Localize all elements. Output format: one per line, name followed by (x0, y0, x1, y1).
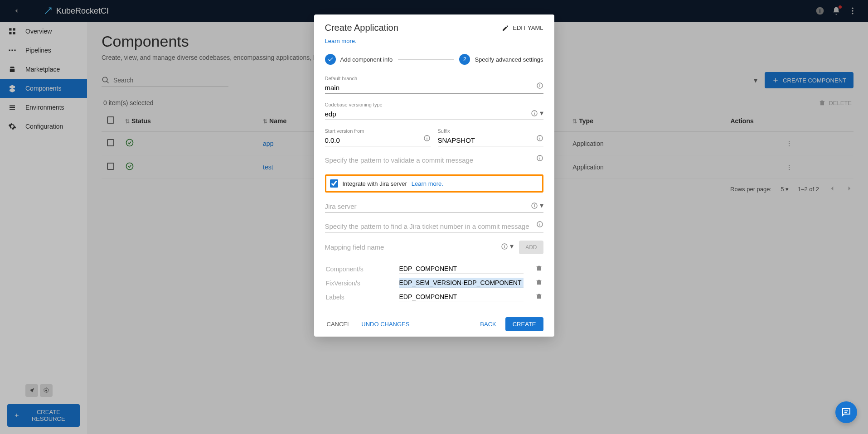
stepper: Add component info 2 Specify advanced se… (325, 54, 543, 65)
jira-integration-checkbox[interactable] (330, 179, 338, 188)
chevron-down-icon[interactable]: ▾ (531, 109, 543, 117)
mapping-label: Component/s (326, 262, 398, 275)
delete-mapping-button[interactable] (524, 262, 543, 275)
mapping-table: Component/s FixVersion/s Labels (325, 261, 543, 304)
cancel-button[interactable]: CANCEL (325, 318, 353, 330)
jira-integration-highlight: Integrate with Jira server Learn more. (325, 174, 543, 193)
info-icon[interactable] (536, 135, 543, 144)
edit-yaml-button[interactable]: EDIT YAML (502, 24, 543, 32)
mapping-value-input[interactable] (399, 278, 524, 288)
dialog-title: Create Application (325, 23, 398, 33)
step2-icon: 2 (459, 54, 470, 65)
mapping-label: Labels (326, 290, 398, 304)
jira-ticket-pattern-input[interactable] (325, 221, 543, 232)
info-icon[interactable] (536, 154, 543, 164)
chevron-down-icon[interactable]: ▾ (501, 242, 514, 251)
pencil-icon (502, 24, 509, 32)
undo-changes-button[interactable]: UNDO CHANGES (359, 318, 411, 330)
start-version-input[interactable] (325, 135, 431, 146)
chat-fab[interactable] (835, 401, 857, 423)
info-icon[interactable] (536, 82, 543, 91)
mapping-value-input[interactable] (399, 264, 524, 274)
info-icon[interactable] (536, 221, 543, 230)
mapping-label: FixVersion/s (326, 276, 398, 289)
back-button[interactable]: BACK (478, 318, 498, 330)
step1-icon (325, 54, 336, 65)
suffix-input[interactable] (438, 135, 543, 146)
commit-pattern-input[interactable] (325, 154, 543, 166)
jira-learn-more-link[interactable]: Learn more. (412, 180, 443, 187)
chevron-down-icon[interactable]: ▾ (531, 201, 543, 210)
delete-mapping-button[interactable] (524, 276, 543, 289)
mapping-value-input[interactable] (399, 292, 524, 302)
mapping-field-select[interactable] (325, 241, 514, 253)
delete-mapping-button[interactable] (524, 290, 543, 304)
create-button[interactable]: CREATE (505, 317, 543, 331)
create-application-dialog: Create Application EDIT YAML Learn more.… (314, 14, 554, 337)
learn-more-link[interactable]: Learn more. (325, 38, 357, 44)
default-branch-input[interactable] (325, 82, 543, 94)
info-icon[interactable] (423, 135, 431, 144)
jira-server-select[interactable] (325, 201, 543, 212)
add-mapping-button: ADD (519, 241, 543, 254)
versioning-type-select[interactable] (325, 108, 543, 120)
